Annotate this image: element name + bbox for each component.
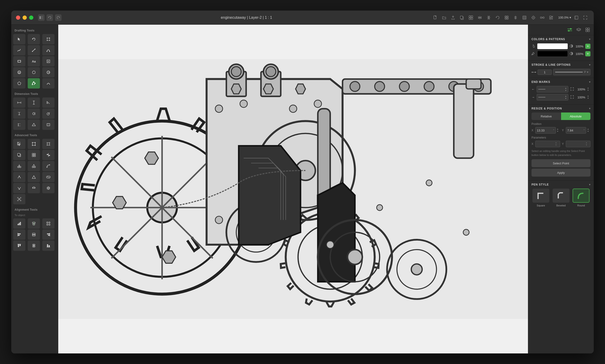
canvas-drawing[interactable] — [58, 25, 528, 353]
lasso-tool[interactable] — [28, 67, 40, 78]
transform-tool[interactable] — [42, 34, 54, 44]
stroke-color-swatch[interactable] — [537, 51, 568, 57]
pen-style-square-option[interactable]: Square — [531, 189, 550, 207]
end-mark-down-icon[interactable]: ▼ — [565, 97, 567, 100]
arrange-icon[interactable] — [467, 14, 475, 21]
text-tool[interactable]: Aa — [28, 56, 40, 66]
undo-button[interactable] — [47, 14, 53, 21]
x-param-input[interactable]: ▲ ▼ — [535, 141, 560, 147]
pointer-tool[interactable] — [13, 34, 25, 44]
adv-cut2-tool[interactable] — [28, 161, 40, 171]
end-marks-header[interactable]: END MARKS ▾ — [531, 80, 591, 84]
arc-tool[interactable] — [42, 78, 54, 89]
adv-curve-tool[interactable] — [42, 161, 54, 171]
export-icon[interactable] — [449, 14, 457, 21]
start-mark-down-icon[interactable]: ▼ — [565, 90, 567, 91]
freehand-tool[interactable] — [13, 45, 25, 55]
adv-align-tool[interactable] — [42, 150, 54, 160]
adv-gear-tool[interactable] — [42, 183, 54, 193]
dim-horizontal-tool[interactable] — [13, 97, 25, 108]
dim-ext2-tool[interactable] — [13, 119, 25, 130]
absolute-mode-button[interactable]: Absolute — [561, 113, 591, 120]
polygon-tool[interactable] — [13, 78, 25, 89]
bezier-tool[interactable] — [42, 45, 54, 55]
dim-triangle-tool[interactable] — [28, 119, 40, 130]
text-frame-tool[interactable]: P — [42, 56, 54, 66]
dim-circle-tool[interactable] — [28, 108, 40, 119]
align-center-h-tool[interactable] — [28, 218, 40, 229]
y-up-icon[interactable]: ▲ — [587, 128, 591, 130]
end-pct-up-icon[interactable]: ▲ — [587, 95, 591, 97]
minimize-button[interactable] — [23, 15, 27, 20]
start-pct-up-icon[interactable]: ▲ — [587, 87, 591, 89]
pen-style-round-option[interactable]: Round — [572, 189, 591, 207]
sidebar-toggle-icon[interactable] — [38, 14, 45, 21]
close-button[interactable] — [16, 15, 20, 20]
grid-view-icon[interactable] — [584, 26, 591, 33]
end-mark-up-icon[interactable]: ▲ — [565, 95, 567, 97]
align-top-tool[interactable] — [13, 240, 25, 251]
end-pct-down-icon[interactable]: ▼ — [587, 97, 591, 100]
align-bar-chart-tool[interactable] — [13, 218, 25, 229]
group-icon[interactable] — [503, 14, 510, 21]
adv-pattern-tool[interactable] — [28, 150, 40, 160]
rect-shape-tool[interactable] — [13, 56, 25, 66]
x-param-up-icon[interactable]: ▲ — [555, 142, 558, 144]
rotate-left-icon[interactable] — [494, 14, 502, 21]
adv-scale-tool[interactable] — [42, 139, 54, 149]
adv-copy-tool[interactable] — [13, 150, 25, 160]
window-icon[interactable] — [573, 14, 580, 21]
pen-style-beveled-option[interactable]: Beveled — [552, 189, 570, 207]
dim-radius-tool[interactable] — [42, 108, 54, 119]
dim-ext1-tool[interactable] — [13, 108, 25, 119]
x-down-icon[interactable]: ▼ — [557, 130, 560, 133]
redo-button[interactable] — [55, 14, 62, 21]
copy-icon[interactable] — [458, 14, 466, 21]
adv-network-tool[interactable] — [13, 194, 25, 204]
select-point-button[interactable]: Select Point — [531, 159, 591, 167]
x-param-down-icon[interactable]: ▼ — [555, 144, 558, 146]
canvas-area[interactable] — [58, 25, 528, 353]
start-mark-select[interactable]: ▲ ▼ — [537, 86, 568, 92]
stroke-style-dropdown[interactable]: P ▾ — [553, 69, 591, 75]
align-icon[interactable] — [512, 14, 519, 21]
align-center-v-tool[interactable] — [28, 229, 40, 240]
dim-angle-tool[interactable] — [42, 97, 54, 108]
pen-style-header[interactable]: PEN STYLE ▾ — [531, 183, 591, 186]
connect-icon[interactable] — [539, 14, 546, 21]
adv-link-tool[interactable] — [42, 172, 54, 182]
fill-color-swatch[interactable] — [537, 43, 568, 49]
node-edit-tool[interactable] — [28, 78, 40, 89]
circle-d-tool[interactable]: D — [13, 67, 25, 78]
sliders-icon[interactable] — [566, 26, 573, 33]
new-file-icon[interactable] — [431, 14, 439, 21]
align-left-tool[interactable] — [13, 229, 25, 240]
apply-button[interactable]: Apply — [531, 169, 591, 177]
end-mark-select[interactable]: ▲ ▼ — [537, 94, 568, 101]
x-position-input[interactable]: 13.33 — [537, 129, 553, 132]
adv-node1-tool[interactable] — [13, 172, 25, 182]
table-icon[interactable] — [521, 14, 528, 21]
flip-v-icon[interactable] — [485, 14, 492, 21]
y-down-icon[interactable]: ▼ — [587, 130, 591, 133]
x-up-icon[interactable]: ▲ — [557, 128, 560, 130]
symbol-icon[interactable] — [547, 14, 555, 21]
stroke-section-header[interactable]: STROKE & LINE OPTIONS ▾ — [531, 63, 591, 66]
adv-node3-tool[interactable] — [28, 183, 40, 193]
open-file-icon[interactable] — [440, 14, 448, 21]
adv-resize-tool[interactable] — [28, 139, 40, 149]
adv-triangle-tool[interactable] — [28, 172, 40, 182]
y-position-input[interactable]: 7.84 — [567, 129, 584, 132]
fill-add-button[interactable]: + — [585, 44, 591, 49]
start-mark-up-icon[interactable]: ▲ — [565, 87, 567, 89]
zoom-display[interactable]: 100.0% ▾ — [558, 16, 571, 19]
fullscreen-icon[interactable] — [581, 14, 589, 21]
maximize-button[interactable] — [29, 15, 33, 20]
adv-node2-tool[interactable] — [13, 183, 25, 193]
circle-r-tool[interactable] — [42, 67, 54, 78]
stroke-width-input[interactable]: 1 — [538, 69, 552, 75]
rotate-tool[interactable] — [28, 34, 40, 44]
start-pct-down-icon[interactable]: ▼ — [587, 89, 591, 91]
relative-mode-button[interactable]: Relative — [531, 113, 561, 120]
align-bottom-tool[interactable] — [42, 240, 54, 251]
